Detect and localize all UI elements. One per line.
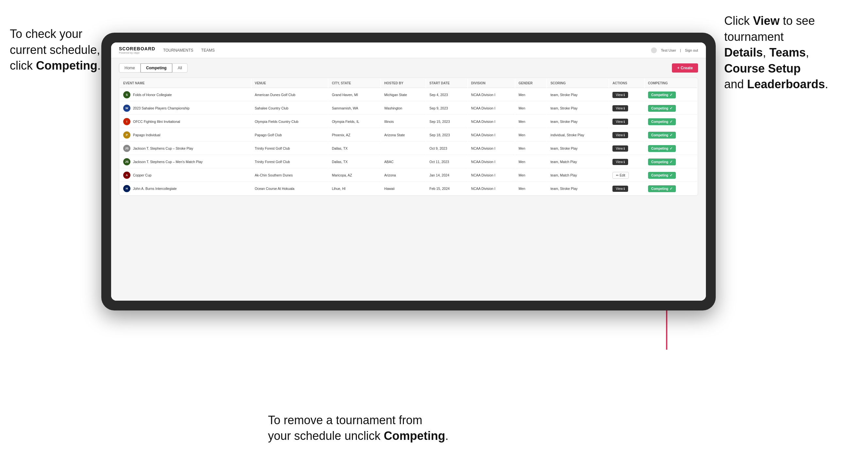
hosted-by-cell: Hawaii <box>381 182 426 195</box>
create-button[interactable]: + Create <box>672 63 698 72</box>
brand-title: SCOREBOARD <box>119 46 155 51</box>
tournament-table: EVENT NAME VENUE CITY, STATE HOSTED BY S… <box>119 78 698 196</box>
navbar: SCOREBOARD Powered by clippi TOURNAMENTS… <box>111 42 706 58</box>
table-row: JS Jackson T. Stephens Cup – Men's Match… <box>120 156 697 168</box>
action-cell[interactable]: ✏ Edit <box>609 169 644 182</box>
event-name-cell: P Papago Individual <box>120 129 251 142</box>
division-cell: NCAA Division I <box>468 129 515 142</box>
col-venue: VENUE <box>252 79 328 88</box>
competing-cell[interactable]: Competing ✓ <box>645 102 697 115</box>
competing-cell[interactable]: Competing ✓ <box>645 169 697 182</box>
col-division: DIVISION <box>468 79 515 88</box>
action-cell[interactable]: View ℹ <box>609 102 644 115</box>
nav-link-teams[interactable]: TEAMS <box>201 47 215 54</box>
view-button[interactable]: View ℹ <box>613 159 628 165</box>
venue-cell: Olympia Fields Country Club <box>252 115 328 128</box>
nav-links: TOURNAMENTS TEAMS <box>163 47 651 54</box>
venue-cell: Ocean Course At Hokuala <box>252 182 328 195</box>
event-name-cell: JS Jackson T. Stephens Cup – Stroke Play <box>120 142 251 155</box>
edit-button[interactable]: ✏ Edit <box>613 172 629 179</box>
competing-badge[interactable]: Competing ✓ <box>648 92 676 98</box>
scoring-cell: team, Stroke Play <box>547 142 609 155</box>
view-button[interactable]: View ℹ <box>613 105 628 112</box>
venue-cell: American Dunes Golf Club <box>252 89 328 101</box>
competing-cell[interactable]: Competing ✓ <box>645 142 697 155</box>
event-name: OFCC Fighting Illini Invitational <box>133 120 180 124</box>
view-button[interactable]: View ℹ <box>613 119 628 125</box>
hosted-by-cell: Michigan State <box>381 89 426 101</box>
hosted-by-cell: ABAC <box>381 156 426 168</box>
separator: | <box>680 49 681 52</box>
tab-competing[interactable]: Competing <box>141 63 172 72</box>
competing-badge[interactable]: Competing ✓ <box>648 185 676 192</box>
table-row: P Papago Individual Papago Golf ClubPhoe… <box>120 129 697 142</box>
action-cell[interactable]: View ℹ <box>609 89 644 101</box>
view-button[interactable]: View ℹ <box>613 146 628 152</box>
competing-badge[interactable]: Competing ✓ <box>648 172 676 179</box>
division-cell: NCAA Division I <box>468 169 515 182</box>
brand-sub: Powered by clippi <box>119 51 155 54</box>
annotation-top-right: Click View to see tournament Details, Te… <box>724 13 862 92</box>
competing-badge[interactable]: Competing ✓ <box>648 158 676 165</box>
col-start-date: START DATE <box>426 79 467 88</box>
hosted-by-cell <box>381 142 426 155</box>
sign-out-link[interactable]: Sign out <box>685 49 698 52</box>
annotation-bottom-center: To remove a tournament from your schedul… <box>268 412 497 444</box>
competing-badge[interactable]: Competing ✓ <box>648 105 676 112</box>
city-state-cell: Dallas, TX <box>329 142 380 155</box>
event-name-cell: S Folds of Honor Collegiate <box>120 89 251 101</box>
event-name-cell: JS Jackson T. Stephens Cup – Men's Match… <box>120 156 251 168</box>
gender-cell: Men <box>516 182 547 195</box>
event-name: Copper Cup <box>133 173 152 177</box>
action-cell[interactable]: View ℹ <box>609 182 644 195</box>
action-cell[interactable]: View ℹ <box>609 156 644 168</box>
view-button[interactable]: View ℹ <box>613 132 628 138</box>
city-state-cell: Phoenix, AZ <box>329 129 380 142</box>
col-competing: COMPETING <box>645 79 697 88</box>
start-date-cell: Sep 4, 2023 <box>426 89 467 101</box>
tab-home[interactable]: Home <box>119 63 141 72</box>
city-state-cell: Sammamish, WA <box>329 102 380 115</box>
competing-badge[interactable]: Competing ✓ <box>648 145 676 152</box>
team-logo: I <box>123 118 130 125</box>
event-name: Jackson T. Stephens Cup – Men's Match Pl… <box>133 160 203 164</box>
gender-cell: Men <box>516 169 547 182</box>
competing-cell[interactable]: Competing ✓ <box>645 156 697 168</box>
division-cell: NCAA Division I <box>468 142 515 155</box>
division-cell: NCAA Division I <box>468 156 515 168</box>
tab-all[interactable]: All <box>172 63 188 72</box>
tabs: Home Competing All <box>119 63 188 72</box>
competing-cell[interactable]: Competing ✓ <box>645 182 697 195</box>
content-area: Home Competing All + Create EVENT NAME V… <box>111 58 706 301</box>
competing-cell[interactable]: Competing ✓ <box>645 115 697 128</box>
event-name-cell: W 2023 Sahalee Players Championship <box>120 102 251 115</box>
competing-badge[interactable]: Competing ✓ <box>648 132 676 138</box>
tab-row: Home Competing All + Create <box>119 63 698 72</box>
col-city-state: CITY, STATE <box>329 79 380 88</box>
hosted-by-cell: Washington <box>381 102 426 115</box>
event-name-cell: A Copper Cup <box>120 169 251 182</box>
team-logo: JS <box>123 158 130 165</box>
action-cell[interactable]: View ℹ <box>609 115 644 128</box>
tablet-shell: SCOREBOARD Powered by clippi TOURNAMENTS… <box>101 33 716 310</box>
start-date-cell: Sep 9, 2023 <box>426 102 467 115</box>
competing-badge[interactable]: Competing ✓ <box>648 118 676 125</box>
gender-cell: Men <box>516 142 547 155</box>
scoring-cell: team, Stroke Play <box>547 115 609 128</box>
competing-cell[interactable]: Competing ✓ <box>645 129 697 142</box>
col-actions: ACTIONS <box>609 79 644 88</box>
competing-cell[interactable]: Competing ✓ <box>645 89 697 101</box>
tablet-screen: SCOREBOARD Powered by clippi TOURNAMENTS… <box>111 42 706 301</box>
team-logo: S <box>123 91 130 98</box>
venue-cell: Ak-Chin Southern Dunes <box>252 169 328 182</box>
action-cell[interactable]: View ℹ <box>609 142 644 155</box>
scoring-cell: team, Match Play <box>547 156 609 168</box>
action-cell[interactable]: View ℹ <box>609 129 644 142</box>
view-button[interactable]: View ℹ <box>613 92 628 98</box>
start-date-cell: Sep 15, 2023 <box>426 115 467 128</box>
venue-cell: Trinity Forest Golf Club <box>252 156 328 168</box>
user-name: Test User <box>661 49 676 52</box>
nav-link-tournaments[interactable]: TOURNAMENTS <box>163 47 193 54</box>
table-row: JS Jackson T. Stephens Cup – Stroke Play… <box>120 142 697 155</box>
view-button[interactable]: View ℹ <box>613 186 628 192</box>
